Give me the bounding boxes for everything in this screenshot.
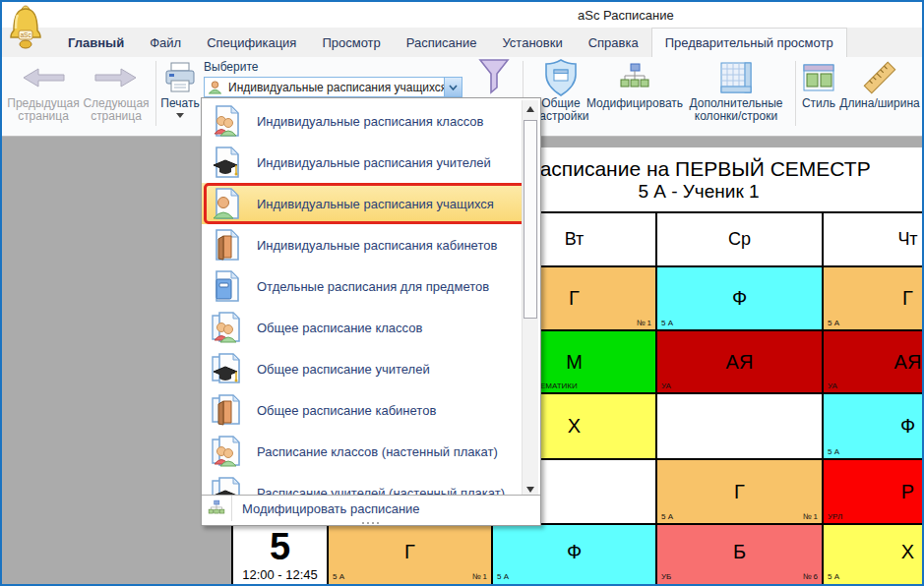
tab-spravka[interactable]: Справка xyxy=(576,28,651,57)
modify-label: Модифицировать xyxy=(586,97,683,110)
previous-page-label: Предыдущая страница xyxy=(7,97,80,123)
dropdown-item[interactable]: Индивидуальные расписания учителей xyxy=(202,142,523,183)
student-document-icon xyxy=(210,187,243,220)
asc-bell-logo-icon: aSc xyxy=(8,4,43,49)
style-button[interactable]: Стиль xyxy=(799,58,838,133)
lesson-cell: АЯУА xyxy=(657,331,822,392)
dropdown-item[interactable]: Индивидуальные расписания классов xyxy=(202,100,523,142)
modify-schedule-footer[interactable]: Модифицировать расписание xyxy=(202,495,540,521)
day-header-thu: Чт xyxy=(824,213,924,265)
next-page-label: Следующая страница xyxy=(81,97,152,123)
extra-columns-rows-label: Дополнительные колонки/строки xyxy=(681,97,791,123)
grid-icon xyxy=(719,58,753,97)
funnel-icon xyxy=(476,58,512,97)
dropdown-item[interactable]: Общее расписание учителей xyxy=(202,348,523,389)
resize-grip[interactable] xyxy=(202,521,540,525)
arrow-right-icon xyxy=(93,58,139,97)
arrow-left-icon xyxy=(21,58,66,97)
tab-ustanovki[interactable]: Установки xyxy=(489,28,575,57)
title-bar: aSc Расписание xyxy=(2,2,922,28)
lesson-cell: Ф5 А xyxy=(657,267,822,329)
dropdown-item[interactable]: Расписание классов (настенный плакат) xyxy=(202,431,523,472)
dropdown-item-selected[interactable]: Индивидуальные расписания учащихся xyxy=(202,183,523,224)
dropdown-item[interactable]: Общее расписание кабинетов xyxy=(202,389,523,431)
scrollbar-thumb[interactable] xyxy=(524,120,537,319)
lesson-cell xyxy=(657,394,822,458)
tab-spetsifikatsiya[interactable]: Спецификация xyxy=(194,28,309,57)
report-type-combobox[interactable]: Индивидуальные расписания учащихся xyxy=(204,77,462,97)
period-cell: 5 12:00 - 12:45 xyxy=(233,525,327,586)
dropdown-scrollbar[interactable] xyxy=(522,100,538,498)
dropdown-item[interactable]: Общее расписание классов xyxy=(202,307,523,348)
org-chart-icon xyxy=(202,496,232,521)
classrooms-documents-icon xyxy=(210,393,243,427)
lesson-cell: Г5 А xyxy=(824,267,924,329)
shield-icon xyxy=(543,58,579,97)
lesson-cell: Г5 А№ 1 xyxy=(329,525,491,586)
svg-text:aSc: aSc xyxy=(21,31,32,38)
modify-button[interactable]: Модифицировать xyxy=(585,58,685,133)
lesson-cell: АЯУА xyxy=(824,331,924,392)
grip-dots-icon xyxy=(362,522,380,524)
triangle-up-icon xyxy=(526,106,534,112)
class-document-icon xyxy=(210,104,243,138)
toolbar-separator xyxy=(795,61,796,126)
style-window-icon xyxy=(802,58,835,97)
print-dropdown-caret-icon xyxy=(176,113,184,118)
style-label: Стиль xyxy=(802,97,835,110)
dropdown-item[interactable]: Отдельные расписания для предметов xyxy=(202,265,523,307)
lesson-cell: Х5 А xyxy=(824,525,924,586)
day-header-wed: Ср xyxy=(657,213,822,265)
print-button[interactable]: Печать xyxy=(157,58,203,133)
toolbar-separator xyxy=(155,61,156,126)
previous-page-button[interactable]: Предыдущая страница xyxy=(7,58,80,133)
tab-raspisanie[interactable]: Расписание xyxy=(394,28,490,57)
length-width-button[interactable]: Длина/ширина xyxy=(838,58,921,133)
next-page-button[interactable]: Следующая страница xyxy=(81,58,152,133)
period-time: 12:00 - 12:45 xyxy=(242,567,318,582)
tab-fail[interactable]: Файл xyxy=(137,28,194,57)
tab-glavny[interactable]: Главный xyxy=(55,28,137,57)
printer-icon xyxy=(163,58,197,97)
tab-prosmotr[interactable]: Просмотр xyxy=(309,28,393,57)
teachers-documents-icon xyxy=(210,352,243,385)
ruler-icon xyxy=(861,58,898,97)
triangle-down-icon xyxy=(526,487,534,493)
combobox-value: Индивидуальные расписания учащихся xyxy=(228,81,444,94)
period-number: 5 xyxy=(270,526,290,567)
menu-bar: Главный Файл Спецификация Просмотр Распи… xyxy=(2,28,922,57)
lesson-cell: Ф5 А xyxy=(493,525,655,586)
lesson-cell: Ф5 А xyxy=(824,394,924,458)
choose-label: Выберите xyxy=(204,60,258,74)
dropdown-item[interactable]: Индивидуальные расписания кабинетов xyxy=(202,224,523,265)
window-title: aSc Расписание xyxy=(578,8,674,23)
length-width-label: Длина/ширина xyxy=(839,97,919,110)
tab-predvaritelny-prosmotr[interactable]: Предварительный просмотр xyxy=(651,28,847,57)
print-label: Печать xyxy=(160,97,199,110)
modify-schedule-label: Модифицировать расписание xyxy=(242,501,420,516)
student-icon xyxy=(208,80,222,94)
lesson-cell: БУБ№ 6 xyxy=(657,525,822,586)
subject-document-icon xyxy=(210,269,243,303)
combobox-dropdown-button[interactable] xyxy=(444,78,462,96)
scroll-up-button[interactable] xyxy=(523,100,538,117)
app-window: aSc Расписание aSc Главный Файл Специфик… xyxy=(0,0,924,586)
classes-documents-icon xyxy=(210,311,243,344)
extra-columns-rows-button[interactable]: Дополнительные колонки/строки xyxy=(681,58,791,133)
org-chart-icon xyxy=(619,58,650,97)
dropdown-list: Индивидуальные расписания классов Индиви… xyxy=(202,100,523,498)
report-type-dropdown: Индивидуальные расписания классов Индиви… xyxy=(201,97,541,526)
classroom-document-icon xyxy=(210,228,243,262)
teacher-document-icon xyxy=(210,146,243,179)
classes-documents-icon xyxy=(210,435,243,468)
lesson-cell: Г5 А№ 1 xyxy=(657,460,822,523)
lesson-cell: РУРЛ xyxy=(824,460,924,523)
